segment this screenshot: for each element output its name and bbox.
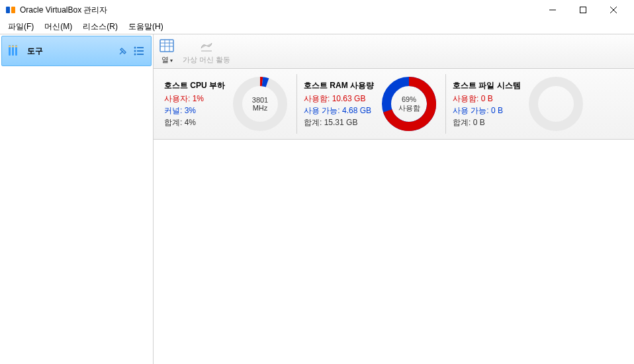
svg-point-25: [533, 81, 578, 126]
menu-file[interactable]: 파일(F): [3, 20, 39, 34]
menu-resources[interactable]: 리소스(R): [77, 20, 123, 34]
ram-donut: 69% 사용함: [379, 74, 439, 134]
close-button[interactable]: [598, 0, 629, 20]
maximize-button[interactable]: [568, 0, 598, 20]
stat-fs: 호스트 파일 시스템 사용함: 0 B 사용 가능: 0 B 합계: 0 B: [446, 74, 592, 134]
titlebar: Oracle VirtualBox 관리자: [0, 0, 634, 20]
ram-title: 호스트 RAM 사용량: [304, 79, 374, 91]
tools-label: 도구: [27, 46, 114, 57]
app-icon: [5, 5, 16, 15]
svg-rect-3: [580, 7, 586, 13]
sidebar-item-tools[interactable]: 도구: [1, 36, 152, 66]
window-controls: [537, 0, 629, 20]
pin-icon[interactable]: [116, 44, 130, 58]
minimize-button[interactable]: [537, 0, 568, 20]
stats-panel: 호스트 CPU 부하 사용자: 1% 커널: 3% 합계: 4% 3801 MH…: [154, 69, 634, 140]
toolbar-activity-label: 가상 머신 활동: [183, 55, 230, 65]
svg-point-9: [9, 45, 11, 47]
svg-point-11: [15, 45, 17, 47]
content-toolbar: 열▾ 가상 머신 활동: [154, 34, 634, 69]
svg-rect-13: [137, 47, 144, 48]
columns-icon: [159, 38, 175, 54]
svg-point-10: [12, 45, 14, 47]
toolbar-columns-label: 열▾: [161, 55, 173, 65]
stat-cpu: 호스트 CPU 부하 사용자: 1% 커널: 3% 합계: 4% 3801 MH…: [158, 74, 297, 134]
menubar: 파일(F) 머신(M) 리소스(R) 도움말(H): [0, 20, 634, 34]
sidebar: 도구: [0, 34, 154, 364]
svg-rect-17: [137, 54, 144, 55]
activity-icon: [199, 38, 214, 54]
cpu-total: 합계: 4%: [164, 116, 225, 128]
svg-rect-18: [160, 40, 173, 52]
svg-point-12: [134, 47, 136, 49]
fs-used: 사용함: 0 B: [453, 93, 521, 105]
svg-rect-0: [6, 7, 10, 13]
ram-used: 사용함: 10.63 GB: [304, 93, 374, 105]
list-icon[interactable]: [132, 44, 146, 58]
svg-rect-1: [11, 7, 15, 13]
ram-center-unit: 사용함: [398, 103, 420, 113]
svg-point-14: [134, 50, 136, 52]
fs-donut: [526, 74, 586, 134]
cpu-kernel: 커널: 3%: [164, 105, 225, 116]
ram-available: 사용 가능: 4.68 GB: [304, 105, 374, 116]
ram-total: 합계: 15.31 GB: [304, 116, 374, 128]
tools-icon: [7, 42, 23, 60]
cpu-donut: 3801 MHz: [230, 74, 290, 134]
cpu-title: 호스트 CPU 부하: [164, 79, 225, 91]
svg-point-16: [134, 54, 136, 56]
cpu-center-unit: MHz: [252, 104, 268, 112]
cpu-user: 사용자: 1%: [164, 93, 225, 105]
ram-center-value: 69%: [398, 95, 420, 103]
fs-available: 사용 가능: 0 B: [453, 105, 521, 116]
window-title: Oracle VirtualBox 관리자: [20, 5, 537, 16]
toolbar-columns-button[interactable]: 열▾: [159, 38, 175, 65]
content-blank: [154, 140, 634, 364]
stat-ram: 호스트 RAM 사용량 사용함: 10.63 GB 사용 가능: 4.68 GB…: [297, 74, 446, 134]
menu-machine[interactable]: 머신(M): [39, 20, 77, 34]
cpu-center-value: 3801: [252, 96, 268, 104]
fs-total: 합계: 0 B: [453, 116, 521, 128]
menu-help[interactable]: 도움말(H): [123, 20, 169, 34]
svg-rect-15: [137, 50, 144, 52]
fs-title: 호스트 파일 시스템: [453, 79, 521, 91]
toolbar-activity-button[interactable]: 가상 머신 활동: [183, 38, 230, 65]
